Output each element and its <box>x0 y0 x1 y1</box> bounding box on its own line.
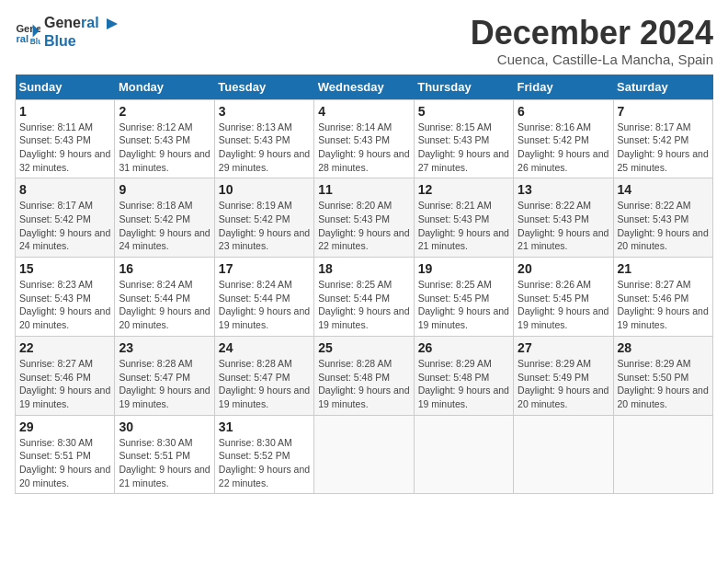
day-detail: Sunrise: 8:22 AM Sunset: 5:43 PM Dayligh… <box>518 199 609 253</box>
day-detail: Sunrise: 8:29 AM Sunset: 5:50 PM Dayligh… <box>618 357 709 411</box>
svg-marker-4 <box>107 18 118 29</box>
day-detail: Sunrise: 8:15 AM Sunset: 5:43 PM Dayligh… <box>418 121 509 175</box>
calendar-day-cell: 22Sunrise: 8:27 AM Sunset: 5:46 PM Dayli… <box>16 336 115 415</box>
calendar-day-cell: 31Sunrise: 8:30 AM Sunset: 5:52 PM Dayli… <box>214 415 313 494</box>
day-detail: Sunrise: 8:27 AM Sunset: 5:46 PM Dayligh… <box>19 357 110 411</box>
calendar-day-cell: 26Sunrise: 8:29 AM Sunset: 5:48 PM Dayli… <box>414 336 513 415</box>
calendar-day-cell: 21Sunrise: 8:27 AM Sunset: 5:46 PM Dayli… <box>613 258 712 337</box>
day-detail: Sunrise: 8:30 AM Sunset: 5:52 PM Dayligh… <box>219 436 310 490</box>
calendar-day-cell: 5Sunrise: 8:15 AM Sunset: 5:43 PM Daylig… <box>414 99 513 178</box>
calendar-day-cell: 4Sunrise: 8:14 AM Sunset: 5:43 PM Daylig… <box>314 99 414 178</box>
calendar-week-row: 8Sunrise: 8:17 AM Sunset: 5:42 PM Daylig… <box>16 178 713 258</box>
day-number: 10 <box>219 182 310 197</box>
day-detail: Sunrise: 8:28 AM Sunset: 5:48 PM Dayligh… <box>318 357 409 411</box>
day-number: 16 <box>119 261 210 276</box>
svg-text:ral: ral <box>16 33 28 44</box>
svg-text:Blue: Blue <box>30 36 40 44</box>
day-detail: Sunrise: 8:29 AM Sunset: 5:49 PM Dayligh… <box>518 357 609 411</box>
day-detail: Sunrise: 8:25 AM Sunset: 5:44 PM Dayligh… <box>318 278 409 332</box>
day-detail: Sunrise: 8:23 AM Sunset: 5:43 PM Dayligh… <box>19 278 110 332</box>
title-section: December 2024 Cuenca, Castille-La Mancha… <box>471 15 713 67</box>
day-number: 31 <box>219 419 310 434</box>
calendar-day-cell: 24Sunrise: 8:28 AM Sunset: 5:47 PM Dayli… <box>214 336 313 415</box>
calendar-day-cell: 20Sunrise: 8:26 AM Sunset: 5:45 PM Dayli… <box>514 258 613 337</box>
day-of-week-header: Tuesday <box>214 75 313 100</box>
day-of-week-header: Friday <box>514 75 613 100</box>
day-detail: Sunrise: 8:22 AM Sunset: 5:43 PM Dayligh… <box>618 199 709 253</box>
calendar-day-cell: 29Sunrise: 8:30 AM Sunset: 5:51 PM Dayli… <box>16 415 115 494</box>
day-number: 22 <box>19 340 110 355</box>
day-number: 19 <box>418 261 509 276</box>
calendar-day-cell <box>514 415 613 494</box>
day-number: 6 <box>518 104 609 119</box>
day-number: 17 <box>219 261 310 276</box>
day-number: 3 <box>219 104 310 119</box>
calendar-day-cell: 23Sunrise: 8:28 AM Sunset: 5:47 PM Dayli… <box>115 336 214 415</box>
calendar-week-row: 29Sunrise: 8:30 AM Sunset: 5:51 PM Dayli… <box>16 415 713 494</box>
calendar-day-cell <box>314 415 414 494</box>
calendar-header-row: SundayMondayTuesdayWednesdayThursdayFrid… <box>16 75 713 100</box>
day-number: 12 <box>418 182 509 197</box>
day-of-week-header: Sunday <box>16 75 115 100</box>
day-detail: Sunrise: 8:11 AM Sunset: 5:43 PM Dayligh… <box>19 121 110 175</box>
calendar-day-cell <box>613 415 712 494</box>
calendar-day-cell: 17Sunrise: 8:24 AM Sunset: 5:44 PM Dayli… <box>214 258 313 337</box>
day-detail: Sunrise: 8:29 AM Sunset: 5:48 PM Dayligh… <box>418 357 509 411</box>
calendar-day-cell: 10Sunrise: 8:19 AM Sunset: 5:42 PM Dayli… <box>214 178 313 258</box>
calendar-day-cell: 14Sunrise: 8:22 AM Sunset: 5:43 PM Dayli… <box>613 178 712 258</box>
header: Gene ral Blue General Blue December 2024… <box>15 15 713 67</box>
calendar-day-cell: 28Sunrise: 8:29 AM Sunset: 5:50 PM Dayli… <box>613 336 712 415</box>
day-number: 15 <box>19 261 110 276</box>
calendar-week-row: 1Sunrise: 8:11 AM Sunset: 5:43 PM Daylig… <box>16 99 713 178</box>
day-number: 14 <box>618 182 709 197</box>
day-of-week-header: Wednesday <box>314 75 414 100</box>
day-detail: Sunrise: 8:26 AM Sunset: 5:45 PM Dayligh… <box>518 278 609 332</box>
day-detail: Sunrise: 8:25 AM Sunset: 5:45 PM Dayligh… <box>418 278 509 332</box>
day-detail: Sunrise: 8:14 AM Sunset: 5:43 PM Dayligh… <box>318 121 409 175</box>
day-number: 26 <box>418 340 509 355</box>
day-number: 29 <box>19 419 110 434</box>
day-number: 23 <box>119 340 210 355</box>
day-number: 7 <box>618 104 709 119</box>
calendar-title: December 2024 <box>471 15 713 52</box>
day-number: 4 <box>318 104 409 119</box>
calendar-day-cell: 16Sunrise: 8:24 AM Sunset: 5:44 PM Dayli… <box>115 258 214 337</box>
day-number: 9 <box>119 182 210 197</box>
day-detail: Sunrise: 8:28 AM Sunset: 5:47 PM Dayligh… <box>219 357 310 411</box>
day-detail: Sunrise: 8:27 AM Sunset: 5:46 PM Dayligh… <box>618 278 709 332</box>
calendar-day-cell: 30Sunrise: 8:30 AM Sunset: 5:51 PM Dayli… <box>115 415 214 494</box>
day-number: 25 <box>318 340 409 355</box>
day-detail: Sunrise: 8:30 AM Sunset: 5:51 PM Dayligh… <box>19 436 110 490</box>
calendar-week-row: 22Sunrise: 8:27 AM Sunset: 5:46 PM Dayli… <box>16 336 713 415</box>
day-of-week-header: Monday <box>115 75 214 100</box>
day-detail: Sunrise: 8:16 AM Sunset: 5:42 PM Dayligh… <box>518 121 609 175</box>
day-number: 30 <box>119 419 210 434</box>
day-detail: Sunrise: 8:18 AM Sunset: 5:42 PM Dayligh… <box>119 199 210 253</box>
day-of-week-header: Thursday <box>414 75 513 100</box>
day-number: 8 <box>19 182 110 197</box>
day-detail: Sunrise: 8:21 AM Sunset: 5:43 PM Dayligh… <box>418 199 509 253</box>
day-number: 21 <box>618 261 709 276</box>
calendar-day-cell: 15Sunrise: 8:23 AM Sunset: 5:43 PM Dayli… <box>16 258 115 337</box>
day-number: 11 <box>318 182 409 197</box>
logo: Gene ral Blue General Blue <box>15 15 121 50</box>
calendar-day-cell: 19Sunrise: 8:25 AM Sunset: 5:45 PM Dayli… <box>414 258 513 337</box>
logo-blue-text: Blue <box>44 33 121 50</box>
day-number: 1 <box>19 104 110 119</box>
calendar-subtitle: Cuenca, Castille-La Mancha, Spain <box>471 52 713 67</box>
day-detail: Sunrise: 8:17 AM Sunset: 5:42 PM Dayligh… <box>19 199 110 253</box>
day-detail: Sunrise: 8:20 AM Sunset: 5:43 PM Dayligh… <box>318 199 409 253</box>
calendar-day-cell: 3Sunrise: 8:13 AM Sunset: 5:43 PM Daylig… <box>214 99 313 178</box>
day-number: 20 <box>518 261 609 276</box>
day-number: 24 <box>219 340 310 355</box>
calendar-day-cell: 12Sunrise: 8:21 AM Sunset: 5:43 PM Dayli… <box>414 178 513 258</box>
calendar-day-cell: 27Sunrise: 8:29 AM Sunset: 5:49 PM Dayli… <box>514 336 613 415</box>
logo-arrow-icon <box>103 15 121 33</box>
day-detail: Sunrise: 8:13 AM Sunset: 5:43 PM Dayligh… <box>219 121 310 175</box>
calendar-table: SundayMondayTuesdayWednesdayThursdayFrid… <box>15 75 713 495</box>
day-detail: Sunrise: 8:24 AM Sunset: 5:44 PM Dayligh… <box>219 278 310 332</box>
calendar-day-cell: 25Sunrise: 8:28 AM Sunset: 5:48 PM Dayli… <box>314 336 414 415</box>
calendar-day-cell: 6Sunrise: 8:16 AM Sunset: 5:42 PM Daylig… <box>514 99 613 178</box>
day-detail: Sunrise: 8:30 AM Sunset: 5:51 PM Dayligh… <box>119 436 210 490</box>
calendar-day-cell: 7Sunrise: 8:17 AM Sunset: 5:42 PM Daylig… <box>613 99 712 178</box>
